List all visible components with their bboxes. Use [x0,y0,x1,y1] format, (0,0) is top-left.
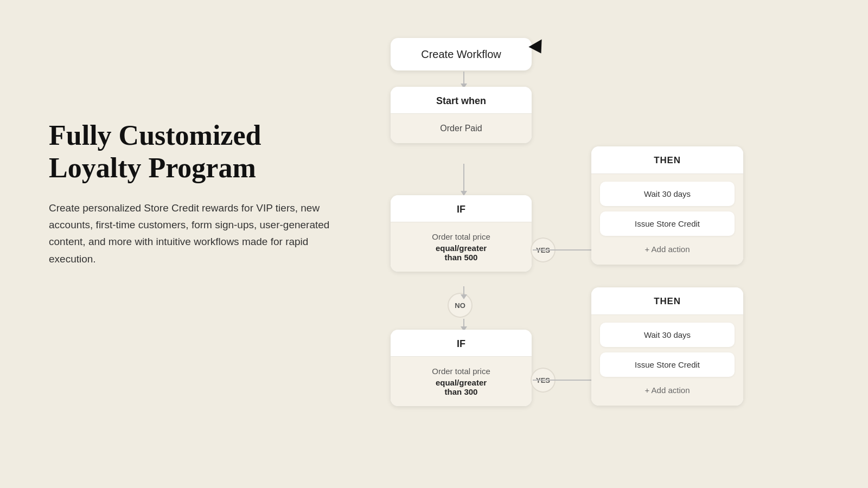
description: Create personalized Store Credit rewards… [49,200,331,267]
then1-body: Wait 30 days Issue Store Credit + Add ac… [591,174,743,265]
add-action-1[interactable]: + Add action [600,241,735,257]
if-box-1[interactable]: IF Order total price equal/greater than … [391,195,532,272]
if1-header: IF [391,195,532,222]
then2-body: Wait 30 days Issue Store Credit + Add ac… [591,315,743,406]
issue-store-credit-1[interactable]: Issue Store Credit [600,211,735,236]
if-box-2[interactable]: IF Order total price equal/greater than … [391,330,532,406]
no-badge: NO [448,293,473,318]
then-box-2: THEN Wait 30 days Issue Store Credit + A… [591,287,743,406]
left-panel: Fully Customized Loyalty Program Create … [49,119,331,267]
h-yes-line-1 [533,249,591,251]
arrow-create-to-start [461,72,467,88]
h-yes-line-2 [533,380,591,381]
create-workflow-box[interactable]: Create Workflow [391,38,532,70]
wait-30-days-2[interactable]: Wait 30 days [600,323,735,347]
arrow-if1-to-no [461,286,467,299]
then-box-1: THEN Wait 30 days Issue Store Credit + A… [591,146,743,265]
then2-header: THEN [591,287,743,315]
if2-header: IF [391,330,532,357]
start-when-box[interactable]: Start when Order Paid [391,87,532,143]
if1-body: Order total price equal/greater than 500 [391,222,532,272]
start-when-body: Order Paid [391,114,532,143]
issue-store-credit-2[interactable]: Issue Store Credit [600,352,735,377]
wait-30-days-1[interactable]: Wait 30 days [600,182,735,206]
add-action-2[interactable]: + Add action [600,382,735,398]
workflow-area: Create Workflow Start when Order Paid IF… [358,16,846,472]
then1-header: THEN [591,146,743,174]
start-when-header: Start when [391,87,532,114]
main-title: Fully Customized Loyalty Program [49,119,331,184]
if2-body: Order total price equal/greater than 300 [391,357,532,406]
arrow-start-to-if1 [461,164,467,196]
